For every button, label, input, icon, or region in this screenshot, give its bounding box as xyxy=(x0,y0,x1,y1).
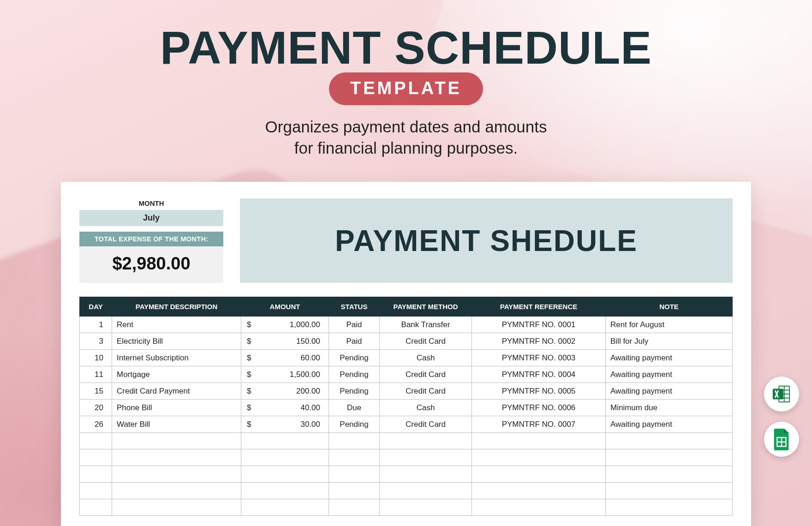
cell-reference: PYMNTRF NO. 0006 xyxy=(472,400,606,416)
cell-day: 1 xyxy=(80,317,112,333)
google-sheets-download-button[interactable] xyxy=(764,422,799,457)
cell-description: Electricity Bill xyxy=(112,333,241,350)
summary-row: MONTH July TOTAL EXPENSE OF THE MONTH: $… xyxy=(79,198,733,283)
cell-amount: $30.00 xyxy=(241,416,329,433)
cell-description: Mortgage xyxy=(112,366,241,383)
table-row-empty xyxy=(80,433,733,449)
cell-amount: $150.00 xyxy=(241,333,329,350)
cell-day: 3 xyxy=(80,333,112,350)
cell-day: 15 xyxy=(80,383,112,400)
cell-day: 10 xyxy=(80,350,112,366)
cell-status: Pending xyxy=(329,416,380,433)
cell-method: Bank Transfer xyxy=(380,317,472,333)
cell-status: Pending xyxy=(329,366,380,383)
table-row-empty xyxy=(80,499,733,516)
table-row: 15Credit Card Payment$200.00PendingCredi… xyxy=(80,383,733,400)
cell-reference: PYMNTRF NO. 0002 xyxy=(472,333,606,350)
th-amount: AMOUNT xyxy=(241,297,329,317)
banner: PAYMENT SHEDULE xyxy=(240,198,733,283)
cell-note: Awaiting payment xyxy=(606,383,733,400)
subtitle-line-1: Organizes payment dates and amounts xyxy=(0,116,812,137)
cell-note: Awaiting payment xyxy=(606,350,733,366)
cell-reference: PYMNTRF NO. 0007 xyxy=(472,416,606,433)
cell-amount: $1,000.00 xyxy=(241,317,329,333)
month-label: MONTH xyxy=(79,198,223,210)
cell-description: Credit Card Payment xyxy=(112,383,241,400)
cell-amount: $60.00 xyxy=(241,350,329,366)
page-header: PAYMENT SCHEDULE TEMPLATE Organizes paym… xyxy=(0,0,812,158)
cell-status: Pending xyxy=(329,383,380,400)
cell-status: Pending xyxy=(329,350,380,366)
table-row: 1Rent$1,000.00PaidBank TransferPYMNTRF N… xyxy=(80,317,733,333)
cell-note: Awaiting payment xyxy=(606,366,733,383)
subtitle-line-2: for financial planning purposes. xyxy=(0,137,812,159)
cell-method: Credit Card xyxy=(380,333,472,350)
table-header: DAY PAYMENT DESCRIPTION AMOUNT STATUS PA… xyxy=(80,297,733,317)
cell-day: 20 xyxy=(80,400,112,416)
page-title: PAYMENT SCHEDULE xyxy=(0,26,812,70)
cell-method: Credit Card xyxy=(380,366,472,383)
th-status: STATUS xyxy=(329,297,380,317)
cell-reference: PYMNTRF NO. 0005 xyxy=(472,383,606,400)
table-row: 20Phone Bill$40.00DueCashPYMNTRF NO. 000… xyxy=(80,400,733,416)
summary-panel: MONTH July TOTAL EXPENSE OF THE MONTH: $… xyxy=(79,198,223,283)
cell-amount: $1,500.00 xyxy=(241,366,329,383)
cell-note: Rent for August xyxy=(606,317,733,333)
table-row-empty xyxy=(80,483,733,499)
th-day: DAY xyxy=(80,297,112,317)
table-body: 1Rent$1,000.00PaidBank TransferPYMNTRF N… xyxy=(80,317,733,516)
table-row: 10Internet Subscription$60.00PendingCash… xyxy=(80,350,733,366)
cell-reference: PYMNTRF NO. 0001 xyxy=(472,317,606,333)
table-row: 11Mortgage$1,500.00PendingCredit CardPYM… xyxy=(80,366,733,383)
total-expense-label: TOTAL EXPENSE OF THE MONTH: xyxy=(79,232,223,246)
cell-method: Credit Card xyxy=(380,416,472,433)
cell-method: Credit Card xyxy=(380,383,472,400)
table-row-empty xyxy=(80,466,733,483)
cell-note: Bill for July xyxy=(606,333,733,350)
th-description: PAYMENT DESCRIPTION xyxy=(112,297,241,317)
cell-description: Phone Bill xyxy=(112,400,241,416)
cell-amount: $200.00 xyxy=(241,383,329,400)
cell-note: Awaiting payment xyxy=(606,416,733,433)
excel-icon xyxy=(771,383,792,405)
cell-amount: $40.00 xyxy=(241,400,329,416)
template-pill: TEMPLATE xyxy=(329,72,483,105)
google-sheets-icon xyxy=(772,428,791,451)
payment-table: DAY PAYMENT DESCRIPTION AMOUNT STATUS PA… xyxy=(79,297,733,516)
th-reference: PAYMENT REFERENCE xyxy=(472,297,606,317)
excel-download-button[interactable] xyxy=(764,377,799,412)
page-subtitle: Organizes payment dates and amounts for … xyxy=(0,116,812,158)
table-row-empty xyxy=(80,449,733,466)
total-expense-value: $2,980.00 xyxy=(79,246,223,283)
table-row: 3Electricity Bill$150.00PaidCredit CardP… xyxy=(80,333,733,350)
th-method: PAYMENT METHOD xyxy=(380,297,472,317)
cell-status: Paid xyxy=(329,333,380,350)
th-note: NOTE xyxy=(606,297,733,317)
cell-method: Cash xyxy=(380,350,472,366)
cell-description: Rent xyxy=(112,317,241,333)
spreadsheet-card: MONTH July TOTAL EXPENSE OF THE MONTH: $… xyxy=(61,182,751,526)
cell-reference: PYMNTRF NO. 0003 xyxy=(472,350,606,366)
month-value: July xyxy=(79,210,223,226)
cell-status: Due xyxy=(329,400,380,416)
cell-day: 11 xyxy=(80,366,112,383)
cell-description: Internet Subscription xyxy=(112,350,241,366)
cell-reference: PYMNTRF NO. 0004 xyxy=(472,366,606,383)
cell-day: 26 xyxy=(80,416,112,433)
cell-description: Water Bill xyxy=(112,416,241,433)
cell-note: Minimum due xyxy=(606,400,733,416)
cell-status: Paid xyxy=(329,317,380,333)
table-row: 26Water Bill$30.00PendingCredit CardPYMN… xyxy=(80,416,733,433)
banner-title: PAYMENT SHEDULE xyxy=(335,224,638,258)
cell-method: Cash xyxy=(380,400,472,416)
download-icons xyxy=(764,377,799,457)
